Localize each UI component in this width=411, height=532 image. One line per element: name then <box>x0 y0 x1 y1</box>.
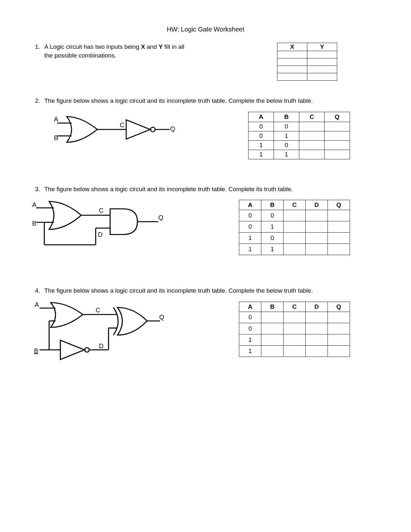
cell <box>299 150 325 159</box>
q1-mid: and <box>145 43 159 50</box>
label-a: A <box>35 302 39 308</box>
cell <box>284 221 306 233</box>
label-d: D <box>99 342 103 350</box>
cell <box>284 345 306 357</box>
cell <box>284 334 306 345</box>
q4-text: The figure below shows a logic circuit a… <box>44 287 382 295</box>
label-a: A <box>54 116 58 123</box>
cell: 1 <box>239 345 261 357</box>
cell: 1 <box>261 221 284 233</box>
cell: 1 <box>261 244 284 255</box>
q3-diagram: A B C D Q <box>31 200 166 261</box>
cell: 1 <box>239 244 261 255</box>
cell <box>328 233 350 244</box>
label-a: A <box>32 201 37 208</box>
cell <box>328 221 350 233</box>
question-3: The figure below shows a logic circuit a… <box>42 185 382 271</box>
cell <box>307 66 337 73</box>
question-4: The figure below shows a logic circuit a… <box>42 287 382 369</box>
cell <box>299 131 325 140</box>
q1-truth-table: X Y <box>277 43 337 81</box>
question-list: A Logic circuit has two inputs being X a… <box>29 43 382 369</box>
q1-bold-x: X <box>141 43 145 50</box>
h: B <box>274 112 299 122</box>
q1-h-y: Y <box>307 43 337 51</box>
cell <box>261 334 284 345</box>
cell <box>306 323 328 334</box>
q1-text: A Logic circuit has two inputs being X a… <box>44 43 192 60</box>
cell <box>306 233 328 244</box>
label-q: Q <box>158 214 163 221</box>
cell <box>284 244 306 255</box>
cell <box>325 131 350 140</box>
q2-truth-table: A B C Q 00 01 10 11 <box>248 112 350 159</box>
cell <box>328 334 350 345</box>
cell: 1 <box>249 140 274 150</box>
h: A <box>239 200 261 210</box>
q1-bold-y: Y <box>159 43 163 50</box>
cell <box>306 210 328 221</box>
cell <box>284 312 306 323</box>
q3-text: The figure below shows a logic circuit a… <box>44 185 382 194</box>
question-1: A Logic circuit has two inputs being X a… <box>42 43 382 81</box>
cell: 0 <box>239 323 261 334</box>
h: C <box>284 302 306 312</box>
cell: 0 <box>239 210 261 221</box>
h: Q <box>328 302 350 312</box>
cell: 1 <box>274 150 299 159</box>
q1-h-x: X <box>277 43 307 51</box>
h: D <box>306 200 328 210</box>
q4-truth-table: A B C D Q 0 0 1 1 <box>239 302 350 357</box>
logic-circuit-icon: A B C Q <box>54 112 176 150</box>
label-c: C <box>96 306 100 314</box>
cell: 1 <box>249 150 274 159</box>
cell <box>328 345 350 357</box>
label-c: C <box>120 121 124 129</box>
h: C <box>284 200 306 210</box>
cell: 0 <box>249 131 274 140</box>
cell <box>325 122 350 131</box>
cell <box>328 312 350 323</box>
cell <box>261 323 284 334</box>
cell: 0 <box>261 233 284 244</box>
cell <box>306 312 328 323</box>
cell <box>277 73 307 81</box>
question-2: The figure below shows a logic circuit a… <box>42 97 382 169</box>
cell: 1 <box>239 334 261 345</box>
cell <box>307 73 337 81</box>
cell <box>328 210 350 221</box>
cell: 0 <box>239 221 261 233</box>
h: A <box>249 112 274 122</box>
q2-text: The figure below shows a logic circuit a… <box>44 97 382 105</box>
label-b: B <box>54 134 58 141</box>
h: Q <box>328 200 350 210</box>
cell <box>306 345 328 357</box>
h: B <box>261 302 284 312</box>
cell <box>284 233 306 244</box>
label-b: B <box>34 347 38 354</box>
cell: 0 <box>261 210 284 221</box>
cell <box>277 51 307 58</box>
cell <box>328 244 350 255</box>
label-d: D <box>98 231 102 238</box>
cell <box>277 66 307 73</box>
q4-diagram: A B C D Q <box>31 302 166 369</box>
cell <box>284 210 306 221</box>
cell <box>261 312 284 323</box>
cell <box>306 334 328 345</box>
cell <box>261 345 284 357</box>
logic-circuit-icon: A B C D Q <box>31 302 166 369</box>
cell: 1 <box>274 131 299 140</box>
cell: 0 <box>274 122 299 131</box>
cell <box>307 51 337 58</box>
h: Q <box>325 112 350 122</box>
cell <box>328 323 350 334</box>
cell <box>306 221 328 233</box>
h: B <box>261 200 284 210</box>
cell <box>299 140 325 150</box>
page-title: HW: Logic Gate Worksheet <box>29 26 382 33</box>
cell: 0 <box>239 312 261 323</box>
h: C <box>299 112 325 122</box>
cell <box>284 323 306 334</box>
cell: 0 <box>249 122 274 131</box>
